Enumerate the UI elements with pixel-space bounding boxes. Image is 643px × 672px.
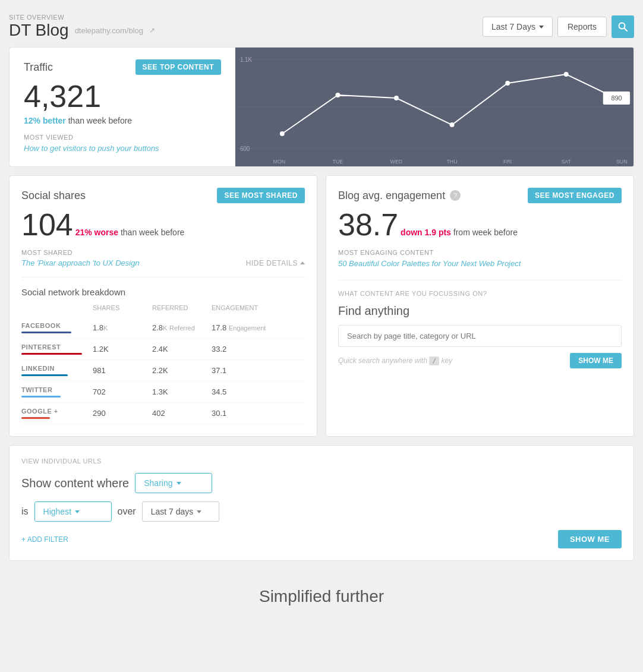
- header-right: Last 7 Days Reports: [483, 15, 634, 38]
- social-shares-title: Social shares: [21, 190, 86, 202]
- see-most-engaged-button[interactable]: SEE MOST ENGAGED: [528, 188, 622, 203]
- search-icon: [618, 22, 628, 31]
- traffic-chart: 1.1K 600 MON TUE WED THU FRI SAT: [235, 48, 633, 166]
- breakdown-header: Shares Referred Engagement: [21, 304, 305, 314]
- table-row: FACEBOOK 1.8K 2.8K Referred 17.8 Engagem…: [21, 317, 305, 339]
- engagement-number-row: 38.7 down 1.9 pts from week before: [338, 208, 622, 242]
- svg-point-8: [280, 131, 285, 136]
- most-engaging-link[interactable]: 50 Beautiful Color Palettes for Your Nex…: [338, 259, 521, 268]
- svg-text:1.1K: 1.1K: [240, 56, 253, 63]
- find-anything-input[interactable]: [338, 325, 622, 347]
- col-engagement-header: Engagement: [212, 304, 271, 311]
- date-range-label: Last 7 Days: [491, 22, 535, 31]
- breakdown-title: Social network breakdown: [21, 287, 305, 297]
- most-viewed-link[interactable]: How to get visitors to push your buttons: [24, 144, 159, 153]
- svg-text:THU: THU: [446, 159, 457, 165]
- highest-chevron-icon: [75, 510, 80, 513]
- site-title-row: DT Blog dtelepathy.com/blog ↗: [9, 21, 155, 40]
- social-shares-header: Social shares SEE MOST SHARED: [21, 188, 305, 203]
- most-engaging-label: MOST ENGAGING CONTENT: [338, 249, 622, 256]
- view-individual-urls-section: VIEW INDIVIDUAL URLS Show content where …: [9, 445, 634, 561]
- social-network-breakdown: Social network breakdown Shares Referred…: [21, 277, 305, 424]
- engagement-comparison: down 1.9 pts from week before: [401, 228, 518, 237]
- svg-text:890: 890: [611, 94, 622, 102]
- footer-text: Simplified further: [9, 569, 634, 618]
- svg-text:TUE: TUE: [333, 159, 343, 165]
- focussing-label: WHAT CONTENT ARE YOU FOCUSSING ON?: [338, 290, 622, 297]
- engagement-number: 38.7: [338, 207, 398, 242]
- svg-text:SUN: SUN: [616, 159, 628, 165]
- traffic-left: Traffic SEE TOP CONTENT 4,321 12% better…: [10, 48, 235, 166]
- google-bar: [21, 417, 50, 419]
- site-overview-label: SITE OVERVIEW: [9, 14, 155, 21]
- content-where-row: Show content where Sharing: [21, 473, 622, 493]
- facebook-bar: [21, 332, 71, 333]
- see-top-content-button[interactable]: SEE TOP CONTENT: [135, 59, 221, 75]
- svg-text:SAT: SAT: [561, 159, 571, 165]
- social-shares-worse-label: 21% worse: [75, 228, 118, 237]
- svg-text:MON: MON: [273, 159, 286, 165]
- most-shared-row: The 'Pixar approach 'to UX Design HIDE D…: [21, 258, 305, 267]
- date-range-button[interactable]: Last 7 Days: [483, 17, 553, 37]
- show-content-text: Show content where: [21, 477, 129, 490]
- external-link-icon[interactable]: ↗: [149, 26, 155, 34]
- search-button[interactable]: [612, 15, 634, 38]
- hide-details-button[interactable]: HIDE DETAILS: [246, 259, 305, 267]
- traffic-chart-svg: 1.1K 600 MON TUE WED THU FRI SAT: [235, 48, 633, 166]
- table-row: TWITTER 702 1.3K 34.5: [21, 381, 305, 403]
- quick-search-row: Quick search anywhere with / key SHOW ME: [338, 353, 622, 368]
- find-title: Find anything: [338, 304, 622, 318]
- pinterest-bar: [21, 353, 82, 355]
- svg-text:WED: WED: [390, 159, 403, 165]
- two-col-section: Social shares SEE MOST SHARED 104 21% wo…: [9, 175, 634, 437]
- show-me-small-button[interactable]: SHOW ME: [570, 353, 622, 368]
- show-me-button[interactable]: SHOW ME: [558, 530, 622, 548]
- svg-point-10: [394, 96, 399, 100]
- social-shares-comparison: 21% worse than week before: [75, 228, 185, 237]
- highest-dropdown[interactable]: Highest: [34, 501, 112, 522]
- table-row: GOOGLE + 290 402 30.1: [21, 403, 305, 424]
- most-shared-link[interactable]: The 'Pixar approach 'to UX Design: [21, 258, 140, 267]
- traffic-title: Traffic: [24, 61, 53, 74]
- twitter-bar: [21, 396, 61, 397]
- is-row: is Highest over Last 7 days: [21, 501, 622, 522]
- see-most-shared-button[interactable]: SEE MOST SHARED: [217, 188, 305, 203]
- svg-text:600: 600: [240, 146, 250, 152]
- svg-line-1: [625, 29, 628, 31]
- table-row: LINKEDIN 981 2.2K 37.1: [21, 360, 305, 381]
- traffic-comparison: 12% better than week before: [24, 116, 221, 125]
- social-shares-comparison-rest: than week before: [121, 228, 184, 237]
- header: SITE OVERVIEW DT Blog dtelepathy.com/blo…: [9, 9, 634, 47]
- traffic-header: Traffic SEE TOP CONTENT: [24, 59, 221, 75]
- col-referred-header: Referred: [152, 304, 212, 311]
- over-text: over: [118, 506, 136, 517]
- date-range-chevron-icon: [539, 26, 544, 29]
- engagement-comparison-rest: from week before: [453, 228, 518, 237]
- engagement-title: Blog avg. engagement: [338, 190, 445, 202]
- find-section: WHAT CONTENT ARE YOU FOCUSSING ON? Find …: [338, 280, 622, 368]
- sharing-chevron-icon: [176, 482, 181, 485]
- social-shares-number-row: 104 21% worse than week before: [21, 208, 305, 242]
- svg-point-11: [450, 122, 455, 127]
- keyboard-shortcut: /: [429, 356, 439, 365]
- last7days-dropdown[interactable]: Last 7 days: [142, 501, 219, 522]
- help-icon[interactable]: ?: [450, 190, 461, 201]
- linkedin-bar: [21, 374, 68, 376]
- view-urls-label: VIEW INDIVIDUAL URLS: [21, 458, 622, 465]
- traffic-comparison-rest: than week before: [68, 116, 132, 125]
- sharing-dropdown[interactable]: Sharing: [135, 473, 212, 493]
- site-url: dtelepathy.com/blog: [75, 26, 143, 35]
- svg-point-12: [505, 81, 510, 86]
- header-left: SITE OVERVIEW DT Blog dtelepathy.com/blo…: [9, 14, 155, 40]
- traffic-number: 4,321: [24, 80, 221, 113]
- engagement-down-label: down 1.9 pts: [401, 228, 451, 237]
- hide-details-icon: [300, 261, 305, 264]
- traffic-section: Traffic SEE TOP CONTENT 4,321 12% better…: [9, 47, 634, 167]
- reports-button[interactable]: Reports: [557, 17, 607, 37]
- most-viewed-label: MOST VIEWED: [24, 134, 221, 141]
- add-filter-button[interactable]: + ADD FILTER: [21, 535, 68, 544]
- is-text: is: [21, 506, 29, 517]
- social-shares-column: Social shares SEE MOST SHARED 104 21% wo…: [9, 175, 317, 437]
- svg-point-13: [564, 72, 569, 77]
- svg-text:FRI: FRI: [503, 159, 512, 165]
